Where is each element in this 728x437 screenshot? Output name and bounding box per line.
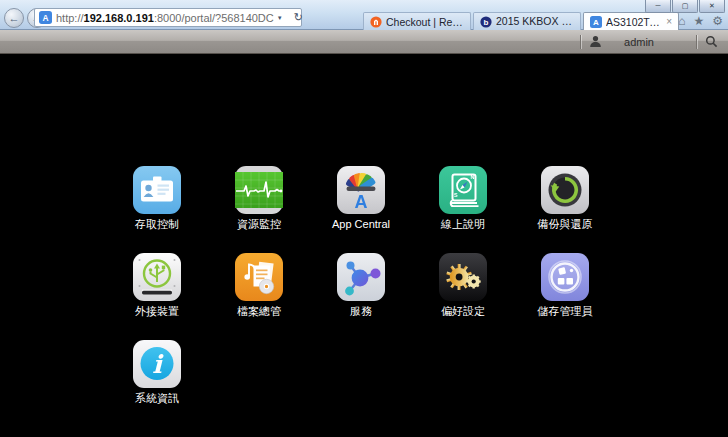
tab-title: Checkout | Reviews, new… [386,16,464,28]
app-file-explorer[interactable]: 檔案總管 [208,253,310,340]
app-label: 偏好設定 [441,305,485,318]
app-label: 存取控制 [135,218,179,231]
tools-gear-icon[interactable]: ⚙ [712,14,723,28]
file-explorer-icon [235,253,283,301]
tab-bar: Checkout | Reviews, new… b 2015 KKBOX 九月… [363,12,679,30]
svg-text:A: A [355,192,368,212]
app-system-information[interactable]: i 系統資訊 [106,340,208,427]
app-resource-monitor[interactable]: 資源監控 [208,166,310,253]
tab-close-icon[interactable]: × [666,16,672,27]
favorites-star-icon[interactable]: ★ [693,14,704,28]
header-divider [696,35,697,49]
tab-title: 2015 KKBOX 九月份 西洋… [496,15,574,29]
app-access-control[interactable]: 存取控制 [106,166,208,253]
services-icon [337,253,385,301]
system-information-icon: i [133,340,181,388]
backup-restore-icon [541,166,589,214]
screen: ← → A http://192.168.0.191:8000/portal/?… [0,0,728,437]
preferences-icon [439,253,487,301]
app-label: App Central [332,218,390,231]
storage-manager-icon [541,253,589,301]
resource-monitor-icon [235,166,283,214]
external-devices-icon [133,253,181,301]
app-label: 系統資訊 [135,392,179,405]
username[interactable]: admin [624,36,654,48]
app-services[interactable]: 服務 [310,253,412,340]
svg-text:N: N [471,174,475,180]
asustor-favicon: A [39,11,52,24]
url-path: :8000/portal/?568140DC [154,12,274,24]
svg-text:A: A [593,18,599,27]
url-scheme: http:// [56,12,84,24]
tab-as3102t-active[interactable]: A AS3102T-2C7F × [583,12,679,30]
kkbox-favicon: b [480,16,492,28]
online-help-icon: N S [439,166,487,214]
header-divider [580,35,581,49]
svg-text:S: S [454,192,458,198]
refresh-icon[interactable]: ↻ [294,11,303,24]
portal-search-icon[interactable] [705,35,718,48]
app-label: 檔案總管 [237,305,281,318]
portal-header: admin [0,30,728,54]
app-preferences[interactable]: 偏好設定 [412,253,514,340]
maximize-button[interactable]: ▢ [672,0,698,13]
app-label: 儲存管理員 [538,305,593,318]
app-grid: 存取控制 資源監控 [106,166,616,427]
app-storage-manager[interactable]: 儲存管理員 [514,253,616,340]
user-icon[interactable] [589,35,602,48]
app-label: 服務 [350,305,372,318]
app-label: 線上說明 [441,218,485,231]
app-label: 外接裝置 [135,305,179,318]
url-host: 192.168.0.191 [84,12,154,24]
app-backup-restore[interactable]: 備份與還原 [514,166,616,253]
app-central-icon: A [337,166,385,214]
access-control-icon [133,166,181,214]
app-online-help[interactable]: N S 線上說明 [412,166,514,253]
svg-text:A: A [42,13,48,23]
app-app-central[interactable]: A App Central [310,166,412,253]
tab-checkout[interactable]: Checkout | Reviews, new… [363,12,471,30]
app-label: 備份與還原 [538,218,593,231]
svg-text:b: b [484,18,489,27]
asustor-favicon: A [590,16,602,28]
app-label: 資源監控 [237,218,281,231]
tab-kkbox[interactable]: b 2015 KKBOX 九月份 西洋… [473,12,581,30]
home-icon[interactable]: ⌂ [678,14,685,28]
address-bar[interactable]: A http://192.168.0.191:8000/portal/?5681… [34,8,302,27]
portal-desktop: 存取控制 資源監控 [0,54,728,437]
window-controls: ─ ▢ ✕ [644,0,725,13]
address-dropdown-icon[interactable]: ▼ [277,15,283,21]
close-button[interactable]: ✕ [699,0,725,13]
minimize-button[interactable]: ─ [645,0,671,13]
app-external-devices[interactable]: 外接裝置 [106,253,208,340]
back-button[interactable]: ← [4,8,24,28]
tab-title: AS3102T-2C7F [606,16,660,28]
browser-titlebar: ← → A http://192.168.0.191:8000/portal/?… [0,0,728,30]
magento-favicon [370,16,382,28]
